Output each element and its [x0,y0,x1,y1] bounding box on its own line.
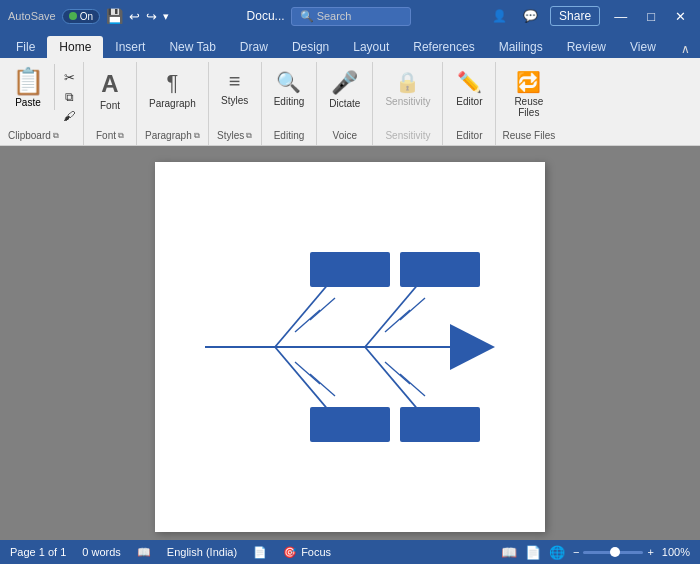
ribbon-group-editing: 🔍 Editing Editing [262,62,318,145]
language[interactable]: English (India) [167,546,237,558]
zoom-out-icon[interactable]: − [573,546,579,558]
reuse-files-icon: 🔁 [516,70,541,94]
clipboard-group-label: Clipboard ⧉ [8,130,79,145]
zoom-thumb [610,547,620,557]
font-label: Font [100,100,120,111]
copy-icon: ⧉ [65,90,74,104]
reuse-files-button[interactable]: 🔁 Reuse Files [508,66,549,122]
zoom-slider[interactable]: − + [573,546,654,558]
title-bar-center: Docu... 🔍 Search [247,7,411,26]
layout-icon[interactable]: 📄 [253,546,267,559]
svg-rect-17 [310,407,390,442]
autosave-label: AutoSave [8,10,56,22]
undo-icon[interactable]: ↩ [129,9,140,24]
ribbon-group-styles: ≡ Styles Styles ⧉ [209,62,262,145]
svg-line-11 [295,362,320,384]
tab-insert[interactable]: Insert [103,36,157,58]
svg-line-3 [275,282,330,347]
paragraph-expand-icon[interactable]: ⧉ [194,131,200,141]
view-icon-web[interactable]: 🌐 [549,545,565,560]
copy-button[interactable]: ⧉ [59,88,79,106]
clipboard-expand-icon[interactable]: ⧉ [53,131,59,141]
doc-name: Docu... [247,9,285,23]
view-icon-print[interactable]: 📄 [525,545,541,560]
proofing-icon[interactable]: 📖 [137,546,151,559]
title-bar: AutoSave On 💾 ↩ ↪ ▾ Docu... 🔍 Search 👤 💬… [0,0,700,32]
format-painter-icon: 🖌 [63,109,75,123]
status-bar: Page 1 of 1 0 words 📖 English (India) 📄 … [0,540,700,564]
minimize-button[interactable]: — [608,7,633,26]
view-icon-read[interactable]: 📖 [501,545,517,560]
font-button[interactable]: A Font [90,66,130,115]
search-box[interactable]: 🔍 Search [291,7,411,26]
cut-button[interactable]: ✂ [59,68,79,87]
editor-label: Editor [456,96,482,107]
editing-button[interactable]: 🔍 Editing [268,66,311,111]
font-expand-icon[interactable]: ⧉ [118,131,124,141]
paragraph-group-label: Paragraph ⧉ [145,130,200,145]
tab-mailings[interactable]: Mailings [487,36,555,58]
dictate-icon: 🎤 [331,70,358,96]
tab-layout[interactable]: Layout [341,36,401,58]
paste-button[interactable]: 📋 Paste [8,64,48,110]
zoom-in-icon[interactable]: + [647,546,653,558]
voice-group-label: Voice [333,130,357,145]
styles-expand-icon[interactable]: ⧉ [246,131,252,141]
reuse-files-group-label: Reuse Files [502,130,555,145]
tab-new-tab[interactable]: New Tab [157,36,227,58]
share-button[interactable]: Share [550,6,600,26]
editor-button[interactable]: ✏️ Editor [449,66,489,111]
tab-references[interactable]: References [401,36,486,58]
ribbon-expand-icon[interactable]: ∧ [675,40,696,58]
title-bar-right: 👤 💬 Share — □ ✕ [488,6,692,26]
svg-marker-2 [450,324,495,370]
tab-draw[interactable]: Draw [228,36,280,58]
autosave-toggle[interactable]: On [62,9,100,24]
maximize-button[interactable]: □ [641,7,661,26]
customize-icon[interactable]: ▾ [163,10,169,23]
font-group-label: Font ⧉ [96,130,124,145]
ribbon-group-clipboard: 📋 Paste ✂ ⧉ 🖌 C [4,62,84,145]
tab-home[interactable]: Home [47,36,103,58]
save-icon[interactable]: 💾 [106,8,123,24]
ribbon-group-paragraph: ¶ Paragraph Paragraph ⧉ [137,62,209,145]
svg-rect-18 [400,407,480,442]
paragraph-icon: ¶ [166,70,178,96]
sensitivity-button[interactable]: 🔒 Sensitivity [379,66,436,111]
sensitivity-label: Sensitivity [385,96,430,107]
zoom-track[interactable] [583,551,643,554]
tab-review[interactable]: Review [555,36,618,58]
styles-icon: ≡ [229,70,241,93]
styles-button[interactable]: ≡ Styles [215,66,255,110]
sensitivity-icon: 🔒 [395,70,420,94]
paragraph-button[interactable]: ¶ Paragraph [143,66,202,113]
tab-file[interactable]: File [4,36,47,58]
redo-icon[interactable]: ↪ [146,9,157,24]
reuse-files-label: Reuse Files [514,96,543,118]
focus-button[interactable]: 🎯 Focus [283,546,331,559]
title-bar-left: AutoSave On 💾 ↩ ↪ ▾ [8,8,169,24]
tab-view[interactable]: View [618,36,668,58]
format-painter-button[interactable]: 🖌 [59,107,79,125]
editing-label: Editing [274,96,305,107]
comment-icon[interactable]: 💬 [519,7,542,25]
dictate-button[interactable]: 🎤 Dictate [323,66,366,113]
doc-area [0,146,700,540]
ribbon-body: 📋 Paste ✂ ⧉ 🖌 C [0,58,700,146]
paste-icon: 📋 [12,66,44,97]
zoom-percent[interactable]: 100% [662,546,690,558]
editing-icon: 🔍 [276,70,301,94]
styles-group-label: Styles ⧉ [217,130,252,145]
styles-label: Styles [221,95,248,106]
svg-line-13 [385,362,410,384]
close-button[interactable]: ✕ [669,7,692,26]
dictate-label: Dictate [329,98,360,109]
document-page [155,162,545,532]
toggle-state: On [80,11,93,22]
paragraph-label: Paragraph [149,98,196,109]
tab-design[interactable]: Design [280,36,341,58]
profile-icon[interactable]: 👤 [488,7,511,25]
paste-label: Paste [15,97,41,108]
cut-icon: ✂ [64,70,75,85]
toggle-dot [69,12,77,20]
